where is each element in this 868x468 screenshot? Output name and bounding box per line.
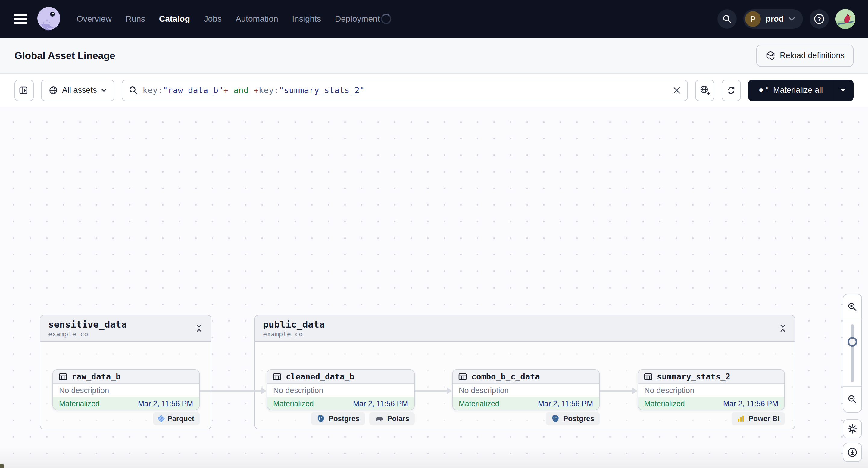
canvas-bottom-shade <box>0 447 868 468</box>
download-icon <box>847 447 858 458</box>
svg-text:?: ? <box>817 16 821 22</box>
globe-plus-icon <box>700 85 710 95</box>
zoom-slider-track[interactable] <box>850 324 854 382</box>
reload-definitions-button[interactable]: Reload definitions <box>756 44 854 67</box>
asset-filter-label: All assets <box>62 86 97 95</box>
search-token: + <box>254 86 259 95</box>
asset-status-row: MaterializedMar 2, 11:56 PM <box>453 397 599 410</box>
asset-group-header: sensitive_dataexample_co <box>40 315 211 342</box>
global-search-button[interactable] <box>717 9 737 29</box>
top-navigation-bar: OverviewRunsCatalogJobsAutomationInsight… <box>0 0 868 38</box>
nav-item-jobs[interactable]: Jobs <box>204 14 222 24</box>
postgres-icon <box>316 414 325 423</box>
asset-status-row: MaterializedMar 2, 11:56 PM <box>53 397 199 410</box>
lineage-edge-cleaned_data_b-to-combo_b_c_data <box>415 390 447 392</box>
group-titles: public_dataexample_co <box>263 319 325 338</box>
deployment-initial-badge: P <box>745 11 761 27</box>
collapse-group-button[interactable] <box>779 323 787 333</box>
hamburger-menu-icon[interactable] <box>14 14 27 24</box>
globe-icon <box>49 86 58 95</box>
asset-name: summary_stats_2 <box>657 372 731 381</box>
search-query-text[interactable]: key:"raw_data_b"+ and +key:"summary_stat… <box>143 86 668 95</box>
refresh-icon <box>726 86 736 95</box>
asset-node-summary_stats_2[interactable]: summary_stats_2No descriptionMaterialize… <box>638 369 785 410</box>
help-button[interactable]: ? <box>810 9 829 29</box>
asset-tag-row: Postgres <box>452 412 600 425</box>
asset-status-row: MaterializedMar 2, 11:56 PM <box>267 397 414 410</box>
tag-polars[interactable]: Polars <box>369 412 415 425</box>
open-left-panel-button[interactable] <box>14 80 34 101</box>
group-repo-name: example_co <box>48 331 127 338</box>
tag-parquet[interactable]: Parquet <box>153 412 200 425</box>
nav-item-catalog[interactable]: Catalog <box>159 14 190 24</box>
table-icon <box>58 372 67 381</box>
zoom-slider-thumb[interactable] <box>847 337 857 347</box>
zoom-in-icon <box>847 302 857 312</box>
table-icon <box>273 372 282 381</box>
asset-node-header: summary_stats_2 <box>638 370 784 384</box>
asset-node-combo_b_c_data[interactable]: combo_b_c_dataNo descriptionMaterialized… <box>452 369 600 410</box>
parquet-icon <box>157 415 165 422</box>
nav-item-deployment[interactable]: Deployment <box>335 14 380 24</box>
zoom-out-button[interactable] <box>843 386 861 412</box>
clear-search-icon[interactable] <box>673 87 681 94</box>
status-badge: Materialized <box>644 399 685 408</box>
tag-postgres[interactable]: Postgres <box>546 412 600 425</box>
materialization-timestamp: Mar 2, 11:56 PM <box>353 399 408 408</box>
materialize-all-button[interactable]: ✦✦ Materialize all <box>748 80 832 101</box>
status-badge: Materialized <box>273 399 314 408</box>
asset-name: raw_data_b <box>72 372 121 381</box>
asset-tag-row: Power BI <box>638 412 785 425</box>
reload-cube-icon <box>765 51 776 61</box>
gear-icon <box>847 424 858 434</box>
asset-node-raw_data_b[interactable]: raw_data_bNo descriptionMaterializedMar … <box>53 369 200 410</box>
status-badge: Materialized <box>59 399 100 408</box>
asset-description: No description <box>267 384 414 397</box>
asset-filter-dropdown[interactable]: All assets <box>41 80 115 101</box>
dagster-logo-icon[interactable] <box>35 5 63 33</box>
asset-name: combo_b_c_data <box>471 372 540 381</box>
asset-search-input[interactable]: key:"raw_data_b"+ and +key:"summary_stat… <box>122 80 688 101</box>
page-title: Global Asset Lineage <box>14 50 115 61</box>
collapse-group-icon[interactable] <box>195 323 203 333</box>
zoom-slider[interactable] <box>843 320 861 386</box>
tag-power-bi[interactable]: Power BI <box>732 412 785 425</box>
status-badge: Materialized <box>459 399 499 408</box>
chevron-down-icon <box>788 17 795 21</box>
user-avatar[interactable] <box>835 9 855 29</box>
postgres-icon <box>551 414 560 423</box>
power-bi-icon <box>737 415 745 423</box>
zoom-in-button[interactable] <box>843 294 861 320</box>
question-mark-icon: ? <box>813 13 825 25</box>
materialization-timestamp: Mar 2, 11:56 PM <box>138 399 193 408</box>
materialize-options-button[interactable] <box>832 80 854 101</box>
nav-item-overview[interactable]: Overview <box>76 14 112 24</box>
table-icon <box>644 372 653 381</box>
tag-postgres[interactable]: Postgres <box>311 412 365 425</box>
asset-description: No description <box>53 384 199 397</box>
caret-down-icon <box>840 88 846 92</box>
asset-status-row: MaterializedMar 2, 11:56 PM <box>638 397 784 410</box>
zoom-controls <box>843 293 862 413</box>
sparkles-icon: ✦✦ <box>757 86 769 95</box>
asset-node-cleaned_data_b[interactable]: cleaned_data_bNo descriptionMaterialized… <box>267 369 415 410</box>
lineage-graph-canvas[interactable]: sensitive_dataexample_coraw_data_bNo des… <box>0 107 868 468</box>
collapse-group-icon[interactable] <box>779 323 787 333</box>
search-token: key: <box>143 86 163 95</box>
refresh-graph-button[interactable] <box>722 80 741 101</box>
deployment-name: prod <box>766 14 784 24</box>
nav-item-automation[interactable]: Automation <box>236 14 278 24</box>
search-token: "summary_stats_2" <box>279 86 365 95</box>
graph-settings-button[interactable] <box>843 419 862 438</box>
search-token: "raw_data_b" <box>163 86 223 95</box>
nav-item-insights[interactable]: Insights <box>292 14 321 24</box>
nav-item-runs[interactable]: Runs <box>126 14 145 24</box>
panel-toggle-icon <box>19 86 29 95</box>
view-scope-button[interactable] <box>695 80 714 101</box>
lineage-toolbar: All assets key:"raw_data_b"+ and +key:"s… <box>0 74 868 107</box>
collapse-group-button[interactable] <box>195 323 203 333</box>
download-image-button[interactable] <box>843 443 862 462</box>
search-icon <box>722 14 732 24</box>
deployment-switcher[interactable]: P prod <box>743 9 803 29</box>
materialization-timestamp: Mar 2, 11:56 PM <box>538 399 593 408</box>
